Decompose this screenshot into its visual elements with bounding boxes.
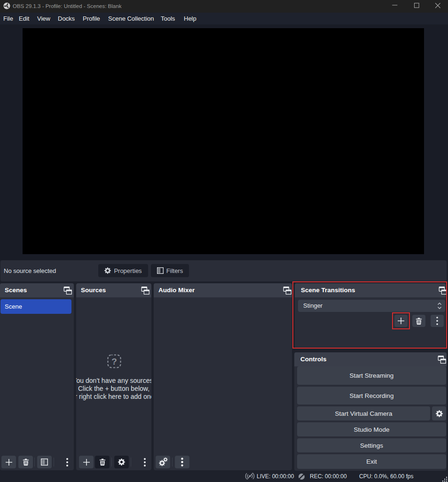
svg-text:?: ? (111, 357, 117, 366)
